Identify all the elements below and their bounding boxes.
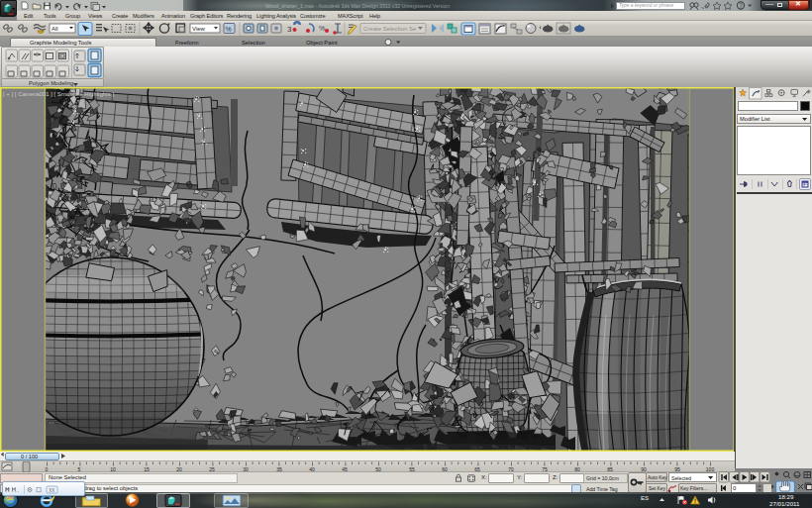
svg-text:Create Selection Se: Create Selection Se (363, 26, 417, 32)
svg-text:[ + ] [ Camera001 ] [ Smooth +: [ + ] [ Camera001 ] [ Smooth + Highlight… (3, 91, 114, 97)
svg-text:XX: XX (49, 488, 54, 493)
svg-text:..: .. (17, 488, 20, 493)
svg-text:?: ? (739, 2, 743, 9)
svg-text:All: All (51, 26, 58, 32)
svg-text:View: View (192, 26, 206, 32)
svg-text:%: % (319, 25, 325, 32)
svg-text:%: % (226, 26, 232, 33)
svg-text:3: 3 (287, 25, 292, 34)
